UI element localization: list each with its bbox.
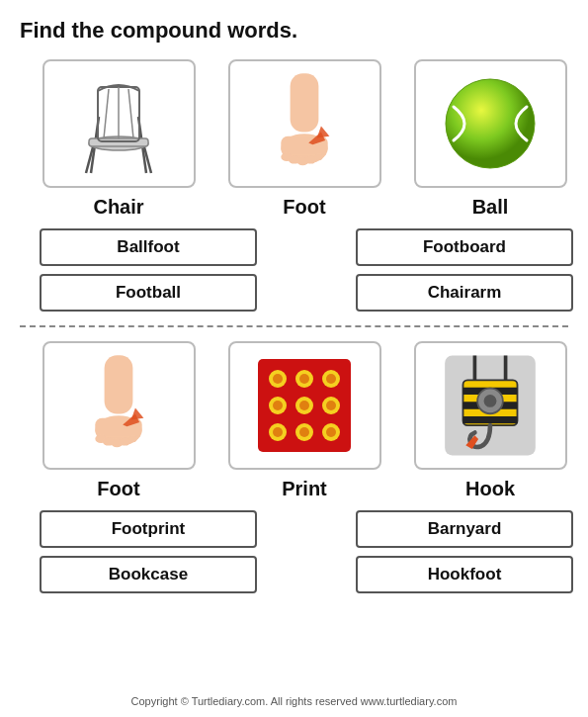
section2-images-row: Foot [40, 341, 569, 500]
image-item-chair: Chair [40, 59, 198, 219]
svg-marker-30 [131, 408, 144, 420]
foot2-icon [64, 351, 173, 460]
section1-options-left: Ballfoot Football [40, 228, 257, 312]
image-item-foot2: Foot [40, 341, 198, 500]
image-item-print: Print [225, 341, 383, 500]
option-footprint[interactable]: Footprint [40, 510, 257, 548]
option-barnyard[interactable]: Barnyard [356, 510, 573, 548]
section2-options-row: Footprint Bookcase Barnyard Hookfoot [40, 510, 573, 593]
option-football[interactable]: Football [40, 274, 257, 312]
svg-point-41 [299, 401, 309, 410]
svg-line-9 [128, 89, 133, 138]
svg-point-37 [326, 374, 336, 384]
label-foot2: Foot [97, 478, 139, 500]
section1-images-row: Chair [40, 59, 569, 219]
option-hookfoot[interactable]: Hookfoot [356, 556, 573, 593]
section1-options-right: Footboard Chairarm [356, 228, 573, 312]
image-box-foot1 [228, 59, 381, 188]
svg-point-45 [273, 427, 283, 437]
svg-point-49 [326, 427, 336, 437]
chair-icon [64, 69, 173, 178]
svg-point-39 [273, 401, 283, 410]
section2-options-right: Barnyard Hookfoot [356, 510, 573, 593]
label-chair: Chair [93, 196, 143, 219]
svg-point-47 [299, 427, 309, 437]
image-box-foot2 [42, 341, 196, 470]
option-footboard[interactable]: Footboard [356, 228, 573, 266]
foot1-icon [250, 69, 359, 178]
section1-options-row: Ballfoot Football Footboard Chairarm [40, 228, 573, 312]
section2-options-left: Footprint Bookcase [40, 510, 257, 593]
option-ballfoot[interactable]: Ballfoot [40, 228, 257, 266]
svg-line-7 [104, 89, 109, 138]
print-icon [250, 351, 359, 460]
svg-point-33 [273, 374, 283, 384]
svg-point-35 [299, 374, 309, 384]
svg-point-28 [128, 435, 136, 442]
label-print: Print [282, 478, 327, 500]
svg-point-43 [326, 401, 336, 410]
svg-point-17 [314, 153, 322, 160]
label-foot1: Foot [283, 196, 325, 219]
image-item-foot1: Foot [225, 59, 383, 219]
label-ball: Ball [472, 196, 509, 219]
option-bookcase[interactable]: Bookcase [40, 556, 257, 593]
svg-point-20 [446, 79, 535, 168]
option-chairarm[interactable]: Chairarm [356, 274, 573, 312]
image-item-hook: Hook [411, 341, 569, 500]
image-box-ball [414, 59, 567, 188]
section-2: Foot [20, 341, 568, 593]
svg-rect-56 [463, 416, 518, 423]
section-1: Chair [20, 59, 568, 312]
footer-text: Copyright © Turtlediary.com. All rights … [20, 691, 568, 707]
svg-marker-19 [317, 127, 330, 138]
svg-point-58 [484, 395, 497, 407]
page-title: Find the compound words. [20, 18, 568, 44]
image-box-hook [414, 341, 567, 470]
ball-icon [436, 69, 545, 178]
label-hook: Hook [465, 478, 515, 500]
image-box-print [228, 341, 381, 470]
section-divider [20, 325, 568, 327]
svg-rect-21 [105, 355, 133, 413]
image-item-ball: Ball [411, 59, 569, 219]
image-box-chair [42, 59, 196, 188]
svg-rect-10 [291, 73, 319, 132]
hook-icon [436, 351, 545, 460]
